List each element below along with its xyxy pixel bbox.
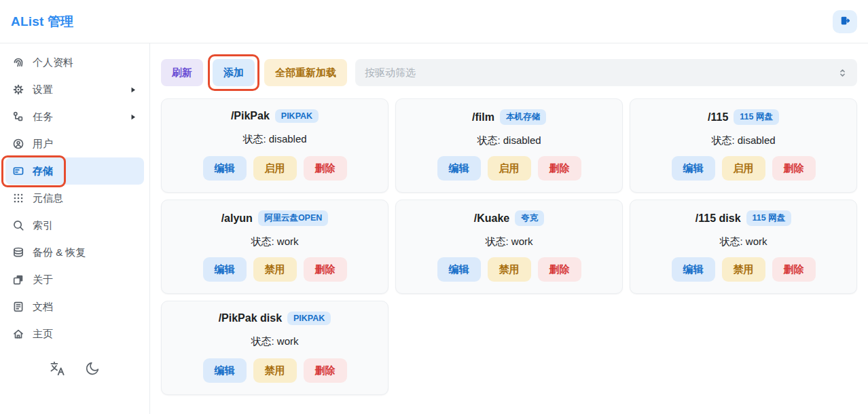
storage-actions: 编辑禁用删除 [203, 358, 347, 383]
logout-icon [839, 15, 851, 29]
edit-button[interactable]: 编辑 [437, 257, 481, 282]
storage-card: /Kuake 夸克 状态: work 编辑禁用删除 [395, 200, 623, 294]
storage-card-title: /PikPak disk PIKPAK [219, 312, 331, 325]
storage-actions: 编辑禁用删除 [203, 257, 347, 282]
edit-button[interactable]: 编辑 [203, 358, 247, 383]
refresh-button[interactable]: 刷新 [161, 59, 203, 86]
sidebar-item-label: 个人资料 [33, 56, 73, 69]
delete-button[interactable]: 删除 [304, 358, 347, 383]
sidebar-item-indexes[interactable]: 索引 [5, 212, 144, 239]
driver-badge: 本机存储 [500, 109, 546, 125]
driver-badge: 115 网盘 [734, 109, 779, 125]
storage-mount-path: /115 [708, 111, 728, 124]
delete-button[interactable]: 删除 [772, 257, 816, 282]
language-toggle-button[interactable] [49, 360, 67, 379]
sidebar-item-label: 关于 [33, 274, 53, 286]
sidebar-item-label: 任务 [33, 111, 53, 124]
sidebar-item-users[interactable]: 用户 [5, 130, 144, 157]
edit-button[interactable]: 编辑 [437, 156, 481, 181]
sidebar-item-home[interactable]: 主页 [5, 320, 144, 347]
add-button[interactable]: 添加 [213, 59, 255, 86]
driver-filter-select[interactable]: 按驱动筛选 [355, 59, 857, 86]
sidebar-item-tasks[interactable]: 任务 [5, 103, 144, 130]
toggle-button[interactable]: 启用 [722, 156, 765, 181]
moon-icon [84, 360, 101, 379]
toolbar: 刷新 添加 全部重新加载 按驱动筛选 [161, 54, 857, 91]
delete-button[interactable]: 删除 [304, 156, 347, 181]
sidebar-item-docs[interactable]: 文档 [5, 293, 144, 320]
sidebar-item-label: 存储 [33, 165, 53, 178]
chevron-right-icon [128, 113, 137, 121]
toggle-button[interactable]: 启用 [253, 156, 297, 181]
driver-badge: 夸克 [515, 210, 544, 226]
storage-actions: 编辑禁用删除 [672, 257, 816, 282]
storage-card-grid: /PikPak PIKPAK 状态: disabled 编辑启用删除 /film… [161, 98, 857, 395]
storage-mount-path: /film [472, 111, 494, 124]
storage-mount-path: /Kuake [474, 212, 509, 225]
chevron-right-icon [128, 86, 137, 94]
storage-card: /PikPak PIKPAK 状态: disabled 编辑启用删除 [161, 98, 388, 193]
storage-card: /alyun 阿里云盘OPEN 状态: work 编辑禁用删除 [161, 200, 388, 294]
sidebar-item-settings[interactable]: 设置 [5, 76, 144, 103]
about-icon [12, 274, 24, 286]
storage-status: 状态: disabled [711, 134, 775, 147]
sidebar-item-backup[interactable]: 备份 & 恢复 [5, 239, 144, 266]
toggle-button[interactable]: 禁用 [488, 257, 531, 282]
toggle-button[interactable]: 禁用 [722, 257, 765, 282]
sidebar-item-about[interactable]: 关于 [5, 266, 144, 293]
storage-card-title: /alyun 阿里云盘OPEN [221, 210, 329, 226]
driver-badge: 阿里云盘OPEN [258, 210, 328, 226]
storage-status: 状态: disabled [477, 134, 541, 147]
sidebar-footer [5, 360, 144, 379]
storage-actions: 编辑启用删除 [203, 156, 347, 181]
toggle-button[interactable]: 禁用 [253, 257, 297, 282]
translate-icon [49, 360, 67, 379]
sidebar-nav: 个人资料 设置 任务 用户 存储 元信息 索引 备份 & 恢复 关于 文档 主页 [5, 49, 144, 347]
backup-icon [12, 246, 24, 259]
storage-actions: 编辑禁用删除 [437, 257, 581, 282]
storage-mount-path: /alyun [221, 212, 253, 225]
user-icon [12, 138, 24, 150]
storage-card-title: /Kuake 夸克 [474, 210, 544, 226]
storage-mount-path: /PikPak [231, 110, 270, 122]
sidebar-item-label: 备份 & 恢复 [33, 246, 86, 259]
delete-button[interactable]: 删除 [538, 156, 581, 181]
toggle-button[interactable]: 启用 [488, 156, 531, 181]
storage-icon [12, 165, 24, 177]
gear-icon [12, 83, 24, 96]
toggle-button[interactable]: 禁用 [253, 358, 297, 383]
storage-status: 状态: disabled [242, 133, 306, 146]
sidebar-item-storages[interactable]: 存储 [5, 157, 144, 185]
storage-status: 状态: work [251, 335, 298, 348]
delete-button[interactable]: 删除 [538, 257, 581, 282]
edit-button[interactable]: 编辑 [672, 156, 715, 181]
storage-card-title: /PikPak PIKPAK [231, 109, 319, 123]
storage-card: /PikPak disk PIKPAK 状态: work 编辑禁用删除 [161, 301, 388, 395]
document-icon [12, 301, 24, 313]
sidebar-item-profile[interactable]: 个人资料 [5, 49, 144, 76]
storage-card: /115 disk 115 网盘 状态: work 编辑禁用删除 [630, 200, 857, 294]
selector-icon [837, 68, 848, 78]
sidebar-item-label: 设置 [33, 83, 53, 96]
delete-button[interactable]: 删除 [304, 257, 347, 282]
edit-button[interactable]: 编辑 [672, 257, 715, 282]
driver-badge: PIKPAK [275, 109, 319, 123]
edit-button[interactable]: 编辑 [203, 257, 247, 282]
theme-toggle-button[interactable] [84, 360, 101, 379]
storage-actions: 编辑启用删除 [437, 156, 581, 181]
driver-badge: PIKPAK [287, 312, 331, 325]
storage-card-title: /115 115 网盘 [708, 109, 779, 125]
logout-button[interactable] [833, 10, 857, 33]
reload-all-button[interactable]: 全部重新加载 [264, 59, 347, 86]
storage-card: /film 本机存储 状态: disabled 编辑启用删除 [395, 98, 623, 193]
sidebar-item-metas[interactable]: 元信息 [5, 185, 144, 212]
storage-status: 状态: work [719, 236, 767, 248]
metadata-icon [12, 192, 24, 204]
storage-mount-path: /PikPak disk [219, 312, 282, 324]
edit-button[interactable]: 编辑 [203, 156, 247, 181]
main-content: 刷新 添加 全部重新加载 按驱动筛选 /PikPak PIKPAK 状态: di… [150, 43, 868, 414]
tasks-icon [12, 111, 24, 123]
driver-filter-placeholder: 按驱动筛选 [365, 67, 416, 79]
sidebar-item-label: 元信息 [33, 192, 63, 205]
delete-button[interactable]: 删除 [772, 156, 816, 181]
